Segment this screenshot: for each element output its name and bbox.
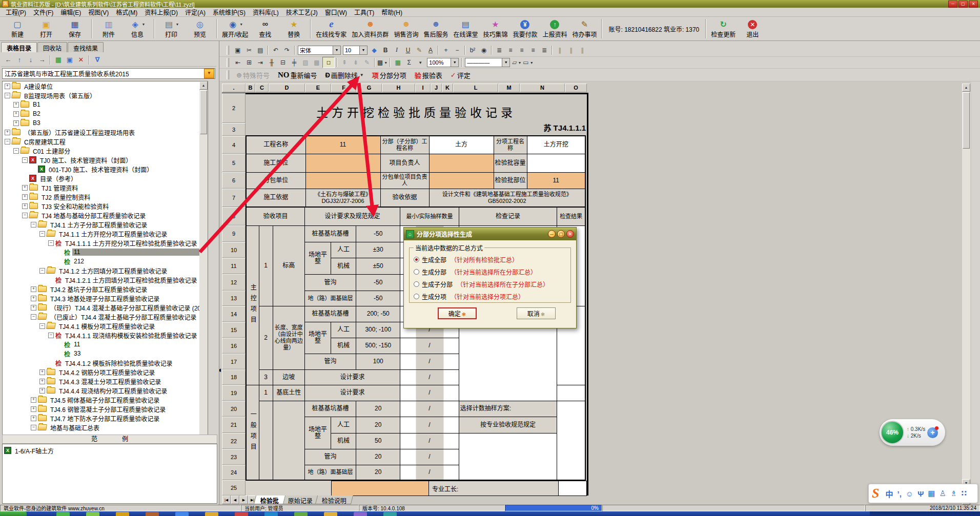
split-row-icon[interactable]: ╫: [266, 57, 277, 68]
paste-icon[interactable]: ▤: [255, 45, 266, 55]
font-size-select[interactable]: 10▼: [343, 46, 368, 55]
menu-item[interactable]: 窗口(W): [321, 7, 351, 17]
list-item[interactable]: X 1-6/A-F轴土方: [4, 446, 215, 455]
panel-collapse-icon[interactable]: ◀: [219, 367, 221, 373]
menu-item[interactable]: 系统维护(S): [209, 7, 249, 17]
radio-selected-icon[interactable]: [414, 257, 419, 262]
collapse-icon[interactable]: −: [13, 148, 19, 154]
tree-item[interactable]: −地基与基础汇总表: [3, 423, 208, 432]
vertical-text3-icon[interactable]: ∥: [577, 45, 588, 55]
nav-down-icon[interactable]: ↓: [26, 55, 36, 65]
menu-item[interactable]: 评定(A): [181, 7, 209, 17]
merge-cells-icon[interactable]: ⊞: [243, 57, 255, 68]
row-header-cell[interactable]: 12: [222, 274, 246, 291]
superscript-icon[interactable]: b²: [467, 45, 478, 55]
row-header-cell[interactable]: 14: [222, 306, 246, 322]
taskbar-app-icon[interactable]: [235, 512, 248, 516]
expand-icon[interactable]: +: [31, 397, 36, 403]
align-left-icon[interactable]: ≡: [505, 45, 516, 55]
row-header-cell[interactable]: 7: [222, 189, 246, 207]
column-header-cell[interactable]: E: [305, 84, 331, 92]
cell-input[interactable]: [429, 172, 494, 189]
row-header-cell[interactable]: 5: [222, 154, 246, 172]
chinese-mode-icon[interactable]: 中: [885, 488, 893, 499]
tab-first-icon[interactable]: |◀: [222, 496, 231, 504]
tree-item[interactable]: −XTJ0 施工、技术管理资料（封面）: [3, 155, 208, 164]
tree-item[interactable]: +A建设单位: [3, 81, 208, 91]
new-table-icon[interactable]: ▦: [53, 55, 64, 65]
column-header-cell[interactable]: G: [356, 84, 382, 92]
expand-icon[interactable]: +: [39, 388, 45, 394]
tab-next-icon[interactable]: ▶: [239, 496, 248, 504]
radio-option[interactable]: 生成子分部（针对当前选择所在子分部汇总）: [414, 278, 566, 290]
net-speed-widget[interactable]: 46% ↑ 0.3K/s ↓ 2K/s +: [880, 419, 945, 446]
row-header-cell[interactable]: 6: [222, 172, 246, 189]
expand-icon[interactable]: +: [31, 286, 36, 292]
cell-input[interactable]: [459, 433, 557, 480]
row-header-cell[interactable]: 10: [222, 242, 246, 258]
menu-item[interactable]: 技术工艺(J): [282, 7, 321, 17]
tree-item[interactable]: +TJ1 管理资料: [3, 183, 208, 192]
voice-icon[interactable]: Ψ: [917, 489, 924, 498]
punctuation-icon[interactable]: ’,: [897, 489, 901, 498]
sum-arrow-icon[interactable]: ▼: [415, 57, 426, 68]
collapse-icon[interactable]: −: [31, 425, 36, 430]
cell-input[interactable]: [305, 172, 380, 189]
row-header-cell[interactable]: 22: [222, 433, 246, 449]
row-header-cell[interactable]: 20: [222, 401, 246, 417]
scroll-thumb[interactable]: [200, 90, 207, 134]
cancel-button[interactable]: 取消✱: [517, 307, 556, 319]
column-header-cell[interactable]: C: [255, 84, 269, 92]
row-header-cell[interactable]: 19: [222, 385, 246, 401]
ok-button[interactable]: 确定✱: [438, 307, 477, 319]
nav-up-icon[interactable]: ↑: [14, 55, 25, 65]
shape2-icon[interactable]: ▭▼: [522, 57, 534, 68]
row-header-cell[interactable]: 4: [222, 136, 246, 154]
open-button[interactable]: ▣打开: [32, 17, 60, 40]
vertical-text2-icon[interactable]: ∥: [565, 45, 577, 55]
tree-item[interactable]: 检212: [3, 257, 208, 266]
ime-toolbar[interactable]: S 中’,☺Ψ▦♙♗∷: [868, 484, 978, 503]
column-header-cell[interactable]: K: [442, 84, 453, 92]
minimize-icon[interactable]: ─: [948, 1, 957, 8]
row-header-cell[interactable]: 11: [222, 258, 246, 274]
column-header-cell[interactable]: B: [246, 84, 255, 92]
circled-number-icon[interactable]: ◉: [478, 45, 489, 55]
column-header-cell[interactable]: F: [331, 84, 356, 92]
expand-icon[interactable]: +: [22, 194, 28, 200]
align-center-icon[interactable]: ≡: [516, 45, 527, 55]
fill-icon[interactable]: ▩▼: [377, 57, 388, 68]
expand-icon[interactable]: +: [22, 185, 28, 191]
cell-input[interactable]: /: [400, 354, 459, 369]
toolbar-handle[interactable]: [227, 70, 229, 79]
tree-item[interactable]: 检TJ4.4.1.2 模板拆除检验批质量验收记录: [3, 358, 208, 367]
cell-input[interactable]: /: [400, 417, 459, 433]
taskbar-app-icon[interactable]: [354, 512, 367, 516]
row-header-cell[interactable]: 8: [222, 207, 246, 225]
menu-item[interactable]: 格式(M): [112, 7, 141, 17]
cell-input[interactable]: 土方: [429, 136, 494, 154]
emoji-icon[interactable]: ☺: [906, 489, 913, 498]
zoom-select[interactable]: 100%▼: [427, 58, 459, 67]
expand-icon[interactable]: +: [13, 102, 19, 108]
collapse-icon[interactable]: −: [39, 268, 45, 274]
tree-item[interactable]: +（第五版）江苏省建设工程监理现场用表: [3, 128, 208, 137]
redo-icon[interactable]: ↷: [281, 45, 293, 55]
copy-icon[interactable]: ▣: [232, 45, 243, 55]
pay-button[interactable]: ¥我要付款: [510, 17, 540, 40]
expand-icon[interactable]: +: [39, 379, 45, 384]
tree-item[interactable]: −C01 土建部分: [3, 146, 208, 155]
keyboard-icon[interactable]: ▦: [928, 489, 935, 498]
tree-item[interactable]: −TJ4.1.1 土方开挖分项工程质量验收记录: [3, 229, 208, 238]
new-doc-button[interactable]: ▢新建: [3, 17, 32, 40]
radio-option[interactable]: 生成分部（针对当前选择所在分部汇总）: [414, 265, 566, 278]
scroll-up-icon[interactable]: ▲: [962, 84, 970, 92]
expand-icon[interactable]: +: [39, 369, 45, 375]
taskbar-app-icon[interactable]: [294, 512, 308, 516]
preview-button[interactable]: ◎预览: [186, 17, 214, 40]
online-class-button[interactable]: ▤在线课堂: [451, 17, 480, 40]
taskbar-app-icon[interactable]: [116, 512, 129, 516]
menu-item[interactable]: 帮助(H): [378, 7, 406, 17]
row-header-cell[interactable]: 23: [222, 449, 246, 465]
collapse-icon[interactable]: −: [48, 333, 54, 338]
